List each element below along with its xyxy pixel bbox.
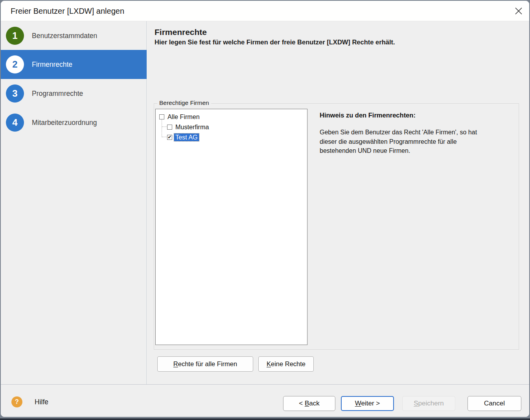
groupbox-label: Berechtige Firmen bbox=[157, 99, 211, 106]
step-2-badge: 2 bbox=[6, 55, 24, 73]
window-bottom-edge bbox=[0, 418, 530, 420]
hint-body: Geben Sie dem Benutzer das Recht 'Alle F… bbox=[320, 128, 495, 156]
checkbox-alle-firmen[interactable] bbox=[159, 114, 164, 119]
button-label-part: ack bbox=[309, 400, 319, 407]
wizard-step-sidebar: 1 Benutzerstammdaten 2 Firmenrechte 3 Pr… bbox=[1, 21, 147, 384]
step-4-badge: 4 bbox=[6, 114, 24, 132]
button-label-part: echte für alle Firmen bbox=[178, 360, 237, 367]
berechtige-firmen-groupbox: Berechtige Firmen Alle Firmen Musterfirm… bbox=[154, 103, 519, 350]
back-button[interactable]: < Back bbox=[283, 396, 335, 411]
wizard-dialog: Freier Benutzer [LXDW] anlegen 1 Benutze… bbox=[1, 1, 529, 417]
button-label-part: < bbox=[299, 400, 305, 407]
tree-item-musterfirma[interactable]: Musterfirma bbox=[156, 122, 210, 132]
checkbox-test-ag[interactable]: ✔ bbox=[167, 135, 172, 140]
page-title: Firmenrechte bbox=[155, 28, 207, 37]
hint-heading: Hinweis zu den Firmenrechten: bbox=[320, 112, 501, 119]
dialog-footer: ? Hilfe < Back Weiter > Speichern Cancel bbox=[1, 384, 529, 417]
step-1-badge: 1 bbox=[6, 27, 24, 45]
checkbox-musterfirma[interactable] bbox=[167, 125, 172, 130]
help-icon[interactable]: ? bbox=[11, 396, 22, 407]
step-3-badge: 3 bbox=[6, 84, 24, 103]
button-label-part: eiter > bbox=[361, 400, 380, 407]
button-accesskey: R bbox=[173, 360, 178, 367]
dialog-window: Freier Benutzer [LXDW] anlegen 1 Benutze… bbox=[0, 0, 530, 420]
tree-item-test-ag[interactable]: ✔ Test AG bbox=[156, 132, 199, 142]
close-button[interactable] bbox=[513, 6, 524, 17]
button-label-part: eine Rechte bbox=[271, 360, 305, 367]
title-bar: Freier Benutzer [LXDW] anlegen bbox=[1, 1, 529, 21]
no-rights-button[interactable]: Keine Rechte bbox=[258, 356, 314, 372]
sidebar-step-programmrechte[interactable]: 3 Programmrechte bbox=[1, 79, 147, 108]
tree-item-alle-firmen[interactable]: Alle Firmen bbox=[156, 112, 201, 122]
company-tree[interactable]: Alle Firmen Musterfirma ✔ Test AG bbox=[155, 109, 307, 345]
tree-label-musterfirma[interactable]: Musterfirma bbox=[174, 123, 210, 131]
sidebar-step-benutzerstammdaten[interactable]: 1 Benutzerstammdaten bbox=[1, 22, 147, 50]
page-subtitle: Hier legen Sie fest für welche Firmen de… bbox=[155, 39, 395, 46]
button-accesskey: B bbox=[305, 400, 309, 407]
tree-label-alle-firmen[interactable]: Alle Firmen bbox=[166, 113, 201, 121]
button-accesskey: K bbox=[267, 360, 271, 367]
button-accesskey: W bbox=[355, 400, 361, 407]
step-1-label: Benutzerstammdaten bbox=[32, 32, 97, 40]
tree-label-test-ag[interactable]: Test AG bbox=[174, 134, 199, 141]
sidebar-step-firmenrechte-active[interactable]: 2 Firmenrechte bbox=[1, 50, 147, 79]
rights-for-all-companies-button[interactable]: Rechte für alle Firmen bbox=[157, 356, 253, 372]
step-3-label: Programmrechte bbox=[32, 90, 83, 98]
cancel-button[interactable]: Cancel bbox=[467, 396, 521, 411]
step-2-label: Firmenrechte bbox=[32, 61, 72, 69]
sidebar-step-mitarbeiterzuordnung[interactable]: 4 Mitarbeiterzuordnung bbox=[1, 108, 147, 137]
button-label-part: peichern bbox=[418, 400, 444, 407]
step-4-label: Mitarbeiterzuordnung bbox=[32, 119, 97, 127]
close-icon bbox=[514, 7, 523, 15]
button-label-part: Cancel bbox=[484, 400, 505, 407]
hint-panel: Hinweis zu den Firmenrechten: Geben Sie … bbox=[320, 112, 501, 156]
button-accesskey: S bbox=[414, 400, 418, 407]
next-button[interactable]: Weiter > bbox=[341, 396, 394, 411]
save-button[interactable]: Speichern bbox=[402, 396, 455, 411]
help-label[interactable]: Hilfe bbox=[35, 396, 48, 407]
dialog-title: Freier Benutzer [LXDW] anlegen bbox=[11, 6, 124, 15]
